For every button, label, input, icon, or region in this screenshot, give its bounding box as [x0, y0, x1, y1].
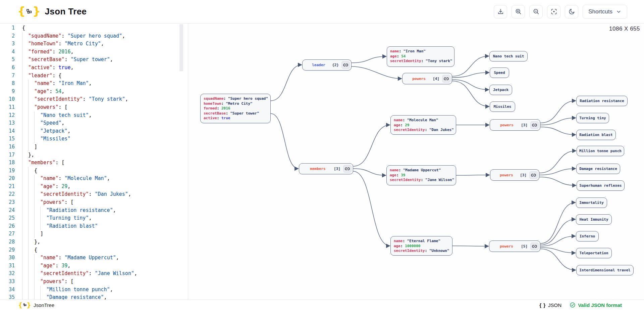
graph-node-leafSuperhuman[interactable]: Superhuman reflexes	[577, 180, 625, 191]
graph-node-leafTeleport[interactable]: Teleportation	[576, 248, 612, 258]
child-count: [3]	[520, 173, 527, 177]
graph-node-members[interactable]: members[3]	[299, 163, 353, 174]
line-content: "Radiation blast"	[22, 222, 98, 230]
line-content: "name": "Molecule Man",	[22, 175, 110, 183]
shortcuts-button[interactable]: Shortcuts	[583, 5, 627, 19]
leaf-label: Superhuman reflexes	[580, 183, 622, 188]
graph-node-leafRadBlast[interactable]: Radiation blast	[576, 130, 616, 140]
graph-node-powersMolecule[interactable]: powers[3]	[490, 119, 540, 131]
node-property: secretIdentity: "Tony stark"	[390, 59, 451, 64]
graph-edge	[353, 125, 390, 166]
status-bar: { } JsonTree { } JSON Valid JSON format	[0, 300, 644, 310]
graph-edge	[540, 101, 576, 123]
indent-guide	[22, 127, 28, 135]
graph-node-leafHeat[interactable]: Heat Immunity	[576, 214, 612, 225]
format-label: JSON	[548, 302, 561, 308]
child-count: [3]	[521, 123, 528, 127]
graph-node-leafMissiles[interactable]: Missiles	[490, 101, 515, 112]
graph-node-leafJetpack[interactable]: Jetpack	[489, 85, 512, 95]
editor-line: 5"secretBase": "Super tower",	[0, 56, 188, 64]
graph-node-leafInterdim[interactable]: Interdimensional travel	[576, 265, 634, 275]
editor-line: 15"Missiles"	[0, 135, 188, 143]
indent-guide	[34, 262, 40, 270]
graph-canvas[interactable]: 1086 X 655 squadName: "Super hero squad"…	[188, 24, 644, 300]
graph-node-powersEternal[interactable]: powers[5]	[489, 240, 540, 252]
graph-node-molecule[interactable]: name: "Molecule Man"age: 29secretIdentit…	[390, 115, 456, 135]
indent-guide	[28, 167, 34, 175]
theme-toggle-button[interactable]	[565, 5, 578, 18]
graph-node-leafDamage[interactable]: Damage resistance	[576, 164, 620, 174]
graph-node-madame[interactable]: name: "Madame Uppercut"age: 39secretIden…	[386, 165, 456, 185]
right-brace-icon: }	[27, 302, 32, 308]
format-indicator[interactable]: { } JSON	[539, 302, 561, 308]
indent-guide	[22, 238, 28, 246]
line-number: 26	[0, 222, 15, 230]
leaf-label: Missiles	[494, 104, 512, 109]
collapse-link-icon[interactable]	[343, 165, 352, 173]
indent-guide	[34, 183, 40, 191]
leaf-label: Heat Immunity	[579, 217, 608, 222]
graph-node-leafMillion[interactable]: Million tonne punch	[577, 146, 624, 156]
graph-node-root[interactable]: squadName: "Super hero squad"homeTown: "…	[200, 94, 271, 123]
braces-icon: { }	[539, 302, 546, 308]
main-area: 1{2"squadName": "Super hero squad",3"hom…	[0, 24, 644, 300]
graph-node-eternal[interactable]: name: "Eternal Flame"age: 1000000secretI…	[390, 236, 452, 256]
zoom-in-button[interactable]	[512, 5, 525, 18]
line-number: 31	[0, 262, 15, 270]
json-editor[interactable]: 1{2"squadName": "Super hero squad",3"hom…	[0, 24, 188, 300]
download-button[interactable]	[494, 5, 507, 18]
line-content: "age": 54,	[22, 88, 64, 96]
indent-guide	[22, 80, 28, 88]
line-number: 22	[0, 190, 15, 198]
validation-status: Valid JSON format	[570, 302, 622, 308]
graph-edge	[540, 127, 576, 135]
line-content: "powers": [	[22, 198, 73, 207]
graph-node-leafInferno[interactable]: Inferno	[576, 231, 599, 241]
indent-guide	[22, 190, 28, 198]
node-property: name: "Molecule Man"	[394, 118, 453, 123]
graph-node-ironman[interactable]: name: "Iron Man"age: 54secretIdentity: "…	[387, 46, 454, 67]
focus-center-button[interactable]	[547, 5, 560, 18]
indent-guide	[22, 278, 28, 286]
leaf-label: Damage resistance	[579, 167, 617, 171]
line-content: },	[22, 151, 34, 159]
line-content: "age": 39,	[22, 262, 70, 270]
node-property: secretIdentity: "Dan Jukes"	[394, 128, 453, 133]
graph-node-leafImmortality[interactable]: Immortality	[576, 197, 607, 208]
line-content: "active": true,	[22, 64, 73, 72]
graph-edge	[540, 249, 576, 270]
indent-guide	[28, 112, 34, 120]
graph-node-powersMadame[interactable]: powers[3]	[490, 169, 539, 181]
editor-scrollbar[interactable]	[179, 24, 183, 300]
indent-guide	[40, 294, 46, 300]
indent-guide	[34, 278, 40, 286]
shortcuts-label: Shortcuts	[588, 8, 612, 15]
graph-node-leafNano[interactable]: Nano tech suit	[489, 51, 528, 61]
collapse-link-icon[interactable]	[530, 242, 539, 250]
zoom-out-button[interactable]	[529, 5, 543, 18]
indent-guide	[22, 103, 28, 112]
editor-line: 32"secretIdentity": "Jane Wilson",	[0, 270, 188, 278]
editor-line: 6"active": true,	[0, 64, 188, 72]
scrollbar-thumb[interactable]	[179, 24, 183, 71]
indent-guide	[34, 230, 40, 238]
indent-guide	[22, 95, 28, 103]
editor-line: 4"formed": 2016,	[0, 48, 188, 56]
collapse-link-icon[interactable]	[530, 121, 539, 129]
node-property: age: 54	[390, 54, 451, 59]
graph-node-leafTurning[interactable]: Turning tiny	[576, 113, 609, 123]
indent-guide	[28, 190, 34, 198]
node-property: squadName: "Super hero squad"	[204, 96, 267, 101]
indent-guide	[22, 198, 28, 207]
graph-node-leafRadRes[interactable]: Radiation resistance	[576, 96, 628, 106]
indent-guide	[28, 183, 34, 191]
line-content: "Missiles"	[22, 135, 70, 143]
moon-icon	[568, 8, 575, 15]
collapse-link-icon[interactable]	[442, 75, 450, 83]
graph-node-leader[interactable]: leader{2}	[302, 59, 352, 71]
graph-node-leafSpeed[interactable]: Speed	[490, 68, 509, 78]
collapse-link-icon[interactable]	[341, 61, 350, 69]
graph-node-powersIron[interactable]: powers[4]	[402, 73, 452, 84]
indent-guide	[28, 238, 34, 246]
collapse-link-icon[interactable]	[529, 171, 538, 179]
